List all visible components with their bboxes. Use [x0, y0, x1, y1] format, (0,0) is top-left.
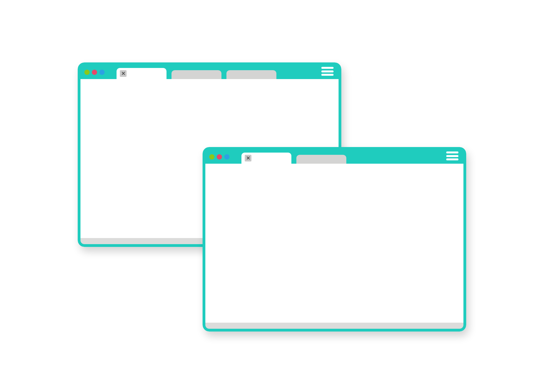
- hamburger-icon: [321, 70, 334, 72]
- browser-window-front: ✕: [203, 147, 466, 332]
- hamburger-icon: [321, 74, 334, 76]
- menu-button[interactable]: [321, 67, 334, 76]
- title-bar: ✕: [205, 150, 463, 164]
- page-content: [205, 164, 463, 327]
- browser-tab-active[interactable]: ✕: [117, 68, 167, 79]
- browser-tab-active[interactable]: ✕: [241, 153, 291, 164]
- minimize-window-button[interactable]: [217, 154, 222, 160]
- status-bar: [205, 323, 463, 329]
- hamburger-icon: [321, 67, 334, 69]
- maximize-window-button[interactable]: [224, 154, 229, 160]
- tab-close-button[interactable]: ✕: [120, 70, 127, 77]
- tabs-row: ✕: [117, 68, 276, 79]
- traffic-lights: [80, 70, 105, 75]
- close-icon: ✕: [246, 156, 250, 161]
- traffic-lights: [205, 154, 229, 160]
- browser-tab-inactive[interactable]: [171, 70, 221, 79]
- hamburger-icon: [446, 151, 458, 153]
- hamburger-icon: [446, 158, 458, 160]
- menu-button[interactable]: [446, 151, 458, 160]
- minimize-window-button[interactable]: [92, 70, 97, 75]
- window-frame: ✕: [203, 147, 466, 332]
- close-window-button[interactable]: [84, 70, 90, 75]
- content-wrapper: [205, 164, 463, 329]
- maximize-window-button[interactable]: [99, 70, 105, 75]
- browser-tab-inactive[interactable]: [226, 70, 276, 79]
- close-icon: ✕: [121, 71, 125, 76]
- hamburger-icon: [446, 155, 458, 157]
- title-bar: ✕: [80, 65, 339, 79]
- close-window-button[interactable]: [209, 154, 215, 160]
- tabs-row: ✕: [241, 153, 346, 164]
- tab-close-button[interactable]: ✕: [245, 155, 251, 161]
- browser-tab-inactive[interactable]: [296, 155, 346, 164]
